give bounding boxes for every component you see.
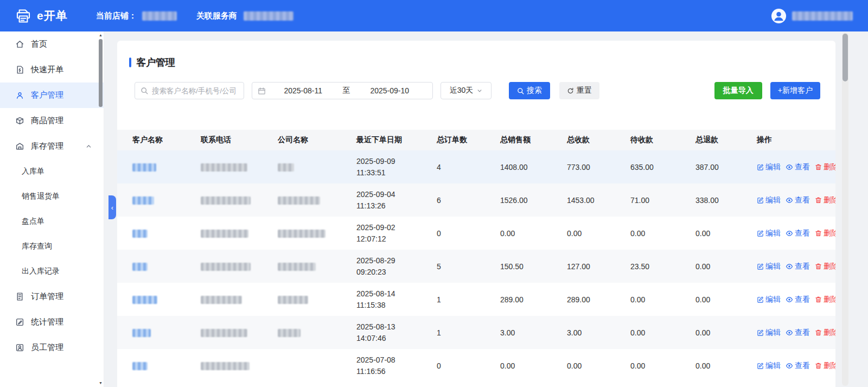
edit-link[interactable]: 编辑 xyxy=(757,361,781,371)
date-preset-dropdown[interactable]: 近30天 xyxy=(441,82,492,99)
total-refund-value: 0.00 xyxy=(695,229,757,238)
edit-icon xyxy=(757,230,764,237)
edit-icon xyxy=(757,196,764,204)
sidebar-subitem-stocktake[interactable]: 盘点单 xyxy=(0,209,104,234)
total-sales-value: 0.00 xyxy=(500,229,567,238)
reset-button-label: 重置 xyxy=(577,86,592,96)
last-order-time: 12:07:12 xyxy=(356,233,437,245)
avatar-icon[interactable] xyxy=(771,8,787,24)
main-scrollbar-thumb[interactable] xyxy=(843,34,848,81)
view-link[interactable]: 查看 xyxy=(786,328,810,338)
company-redacted xyxy=(278,296,308,304)
view-link[interactable]: 查看 xyxy=(786,262,810,271)
subitem-label: 盘点单 xyxy=(22,217,44,226)
reset-button[interactable]: 重置 xyxy=(559,82,599,99)
sidebar-item-label: 客户管理 xyxy=(31,90,63,100)
total-sales-value: 1526.00 xyxy=(500,196,567,205)
sidebar-subitem-stock-query[interactable]: 库存查询 xyxy=(0,234,104,259)
scroll-up-arrow-icon[interactable]: ▲ xyxy=(98,33,103,38)
total-refund-value: 0.00 xyxy=(695,328,757,337)
sidebar-item-customers[interactable]: 客户管理 xyxy=(0,83,104,108)
sidebar-item-statistics[interactable]: 统计管理 xyxy=(0,309,104,335)
date-to-value[interactable]: 2025-09-10 xyxy=(353,86,427,95)
customer-search-input[interactable] xyxy=(135,82,244,99)
staff-icon xyxy=(15,343,24,352)
sidebar-scrollbar[interactable]: ▲ ▼ xyxy=(98,33,103,386)
sidebar-item-home[interactable]: 首页 xyxy=(0,31,104,57)
customer-icon xyxy=(15,91,24,100)
sidebar-item-products[interactable]: 商品管理 xyxy=(0,108,104,134)
table-body: 2025-09-09 11:33:51 4 1408.00 773.00 635… xyxy=(117,150,835,382)
user-menu[interactable] xyxy=(771,8,853,24)
chevron-down-icon xyxy=(477,88,482,93)
delete-link[interactable]: 删除 xyxy=(815,295,835,304)
sidebar-subitem-sales-return[interactable]: 销售退货单 xyxy=(0,184,104,209)
date-from-value[interactable]: 2025-08-11 xyxy=(266,86,341,95)
edit-link[interactable]: 编辑 xyxy=(757,295,781,304)
sidebar-item-staff[interactable]: 员工管理 xyxy=(0,335,104,360)
edit-link[interactable]: 编辑 xyxy=(757,229,781,238)
pending-value: 635.00 xyxy=(630,163,695,172)
phone-redacted xyxy=(201,230,248,238)
date-range-picker[interactable]: 2025-08-11 至 2025-09-10 xyxy=(252,82,433,99)
add-customer-button[interactable]: +新增客户 xyxy=(770,82,820,99)
search-input[interactable] xyxy=(152,87,238,95)
view-link[interactable]: 查看 xyxy=(786,195,810,205)
sidebar-subitem-inbound[interactable]: 入库单 xyxy=(0,159,104,184)
edit-link[interactable]: 编辑 xyxy=(757,162,781,172)
scroll-down-arrow-icon[interactable]: ▼ xyxy=(98,380,103,386)
sidebar-subitem-stock-records[interactable]: 出入库记录 xyxy=(0,259,104,284)
sidebar-item-quick-order[interactable]: 快速开单 xyxy=(0,57,104,83)
add-customer-label: +新增客户 xyxy=(778,86,813,96)
quick-order-icon xyxy=(15,65,24,74)
total-sales-value: 0.00 xyxy=(500,361,567,370)
trash-icon xyxy=(815,163,822,170)
customer-name-redacted[interactable] xyxy=(132,362,148,370)
total-received-value: 0.00 xyxy=(567,361,630,370)
customer-name-redacted[interactable] xyxy=(132,230,148,238)
last-order-date: 2025-08-14 xyxy=(356,288,437,300)
sidebar-item-label: 员工管理 xyxy=(31,342,63,353)
sidebar-collapse-handle[interactable]: ‹ xyxy=(108,195,116,219)
total-refund-value: 0.00 xyxy=(695,262,757,271)
eye-icon xyxy=(786,196,793,204)
delete-link[interactable]: 删除 xyxy=(815,262,835,271)
statistics-icon xyxy=(15,318,24,327)
sidebar: 首页 快速开单 客户管理 商品管理 库存管理 入库单 销售退货单 盘点单 库存查… xyxy=(0,31,104,387)
delete-link[interactable]: 删除 xyxy=(815,361,835,371)
view-link[interactable]: 查看 xyxy=(786,361,810,371)
printer-logo-icon xyxy=(15,9,31,23)
calendar-icon xyxy=(258,87,266,95)
sidebar-item-orders[interactable]: 订单管理 xyxy=(0,284,104,309)
customer-name-redacted[interactable] xyxy=(132,263,148,271)
view-link[interactable]: 查看 xyxy=(786,229,810,238)
sidebar-item-inventory[interactable]: 库存管理 xyxy=(0,134,104,159)
last-order-date: 2025-08-29 xyxy=(356,255,437,267)
delete-link[interactable]: 删除 xyxy=(815,229,835,238)
sidebar-scrollbar-thumb[interactable] xyxy=(99,39,103,107)
sidebar-item-label: 统计管理 xyxy=(31,317,63,327)
delete-link[interactable]: 删除 xyxy=(815,195,835,205)
delete-link[interactable]: 删除 xyxy=(815,162,835,172)
delete-link[interactable]: 删除 xyxy=(815,328,835,338)
company-redacted xyxy=(278,163,294,172)
trash-icon xyxy=(815,362,822,369)
view-link[interactable]: 查看 xyxy=(786,295,810,304)
customer-name-redacted[interactable] xyxy=(132,296,157,304)
total-orders-value: 1 xyxy=(437,295,500,304)
customer-name-redacted[interactable] xyxy=(132,196,154,205)
main-scrollbar[interactable] xyxy=(842,33,848,386)
search-button[interactable]: 搜索 xyxy=(509,82,550,99)
search-icon xyxy=(517,87,524,94)
col-customer-name: 客户名称 xyxy=(132,135,201,145)
sidebar-item-label: 订单管理 xyxy=(31,291,63,302)
view-link[interactable]: 查看 xyxy=(786,162,810,172)
inventory-icon xyxy=(15,142,24,151)
edit-link[interactable]: 编辑 xyxy=(757,195,781,205)
customer-name-redacted[interactable] xyxy=(132,163,156,172)
batch-import-button[interactable]: 批量导入 xyxy=(714,82,762,99)
edit-link[interactable]: 编辑 xyxy=(757,328,781,338)
customer-name-redacted[interactable] xyxy=(132,329,151,337)
username-redacted xyxy=(792,11,853,21)
edit-link[interactable]: 编辑 xyxy=(757,262,781,271)
